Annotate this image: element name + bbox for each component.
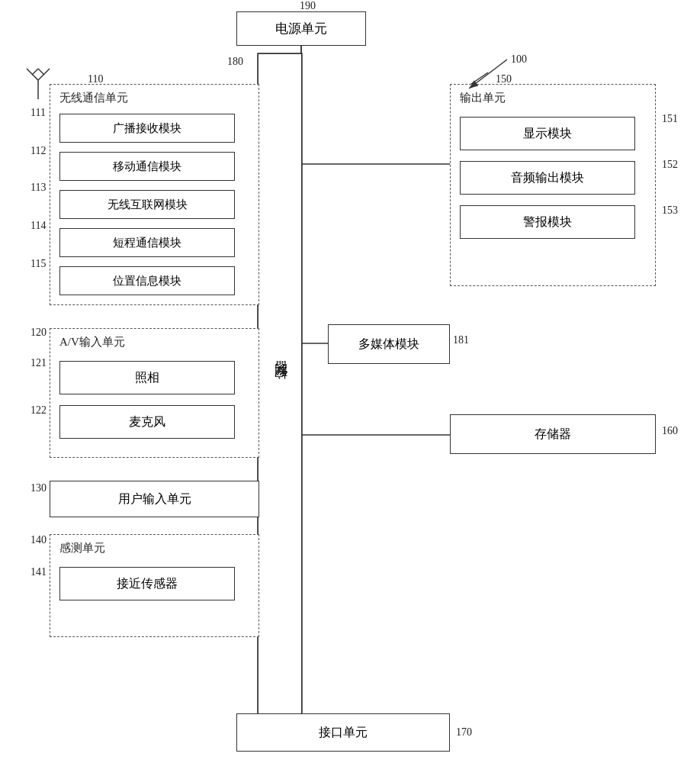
wireless-net-box: 无线互联网模块 — [59, 190, 235, 219]
ref-100-arrow — [454, 52, 515, 98]
ref-113: 113 — [31, 182, 46, 194]
audio-out-box: 音频输出模块 — [460, 161, 635, 195]
wireless-net-label: 无线互联网模块 — [108, 198, 188, 212]
display-label: 显示模块 — [523, 126, 572, 142]
mic-label: 麦克风 — [129, 414, 165, 430]
interface-box: 接口单元 — [236, 713, 450, 752]
alarm-box: 警报模块 — [460, 205, 635, 239]
wireless-unit-group: 无线通信单元 广播接收模块 移动通信模块 无线互联网模块 短程通信模块 位置信息… — [50, 84, 259, 305]
location-label: 位置信息模块 — [113, 274, 181, 288]
ref-151: 151 — [662, 113, 678, 125]
ref-121: 121 — [31, 357, 47, 369]
proximity-box: 接近传感器 — [59, 567, 235, 600]
display-box: 显示模块 — [460, 117, 635, 150]
ref-114: 114 — [31, 220, 46, 232]
broadcast-label: 广播接收模块 — [113, 121, 181, 136]
multimedia-label: 多媒体模块 — [358, 336, 419, 353]
ref-180: 180 — [227, 56, 243, 68]
storage-box: 存储器 — [450, 414, 656, 454]
audio-out-label: 音频输出模块 — [511, 170, 584, 186]
user-input-box: 用户输入单元 — [50, 481, 259, 517]
wireless-unit-label: 无线通信单元 — [59, 91, 128, 105]
mobile-box: 移动通信模块 — [59, 152, 235, 181]
proximity-label: 接近传感器 — [117, 576, 178, 592]
output-unit-group: 输出单元 显示模块 音频输出模块 警报模块 — [450, 84, 656, 286]
sensor-unit-group: 感测单元 接近传感器 — [50, 534, 259, 637]
ref-190: 190 — [300, 0, 316, 12]
controller-box: 控制器 — [258, 53, 302, 717]
ref-115: 115 — [31, 258, 46, 270]
interface-label: 接口单元 — [319, 725, 368, 741]
ref-170: 170 — [456, 726, 472, 739]
diagram: 电源单元 190 控制器 180 无线通信单元 广播接收模块 移动通信模块 无线… — [0, 0, 700, 763]
svg-line-19 — [469, 60, 507, 89]
sensor-unit-label: 感测单元 — [59, 541, 105, 555]
power-unit-box: 电源单元 — [236, 11, 366, 46]
ref-141: 141 — [31, 566, 47, 578]
ref-181: 181 — [453, 334, 469, 346]
ref-153: 153 — [662, 204, 678, 217]
multimedia-box: 多媒体模块 — [328, 324, 450, 364]
short-range-box: 短程通信模块 — [59, 228, 235, 257]
av-unit-label: A/V输入单元 — [59, 335, 125, 349]
mobile-label: 移动通信模块 — [113, 159, 181, 174]
ref-152: 152 — [662, 159, 678, 171]
user-input-label: 用户输入单元 — [118, 491, 191, 507]
ref-122: 122 — [31, 404, 47, 417]
camera-box: 照相 — [59, 361, 235, 394]
ref-120: 120 — [31, 327, 47, 339]
av-unit-group: A/V输入单元 照相 麦克风 — [50, 328, 259, 458]
ref-112: 112 — [31, 145, 46, 157]
location-box: 位置信息模块 — [59, 266, 235, 295]
ref-130: 130 — [31, 482, 47, 494]
ref-111: 111 — [31, 107, 46, 119]
ref-140: 140 — [31, 534, 47, 546]
storage-label: 存储器 — [535, 427, 571, 443]
antenna-icon — [23, 65, 53, 103]
camera-label: 照相 — [135, 370, 159, 386]
ref-110: 110 — [88, 73, 103, 85]
broadcast-box: 广播接收模块 — [59, 114, 235, 143]
power-unit-label: 电源单元 — [275, 20, 327, 37]
mic-box: 麦克风 — [59, 405, 235, 439]
controller-label: 控制器 — [271, 381, 289, 390]
svg-line-17 — [32, 69, 38, 75]
svg-line-18 — [38, 69, 44, 75]
ref-160: 160 — [662, 425, 678, 437]
alarm-label: 警报模块 — [523, 214, 572, 230]
short-range-label: 短程通信模块 — [113, 236, 181, 250]
